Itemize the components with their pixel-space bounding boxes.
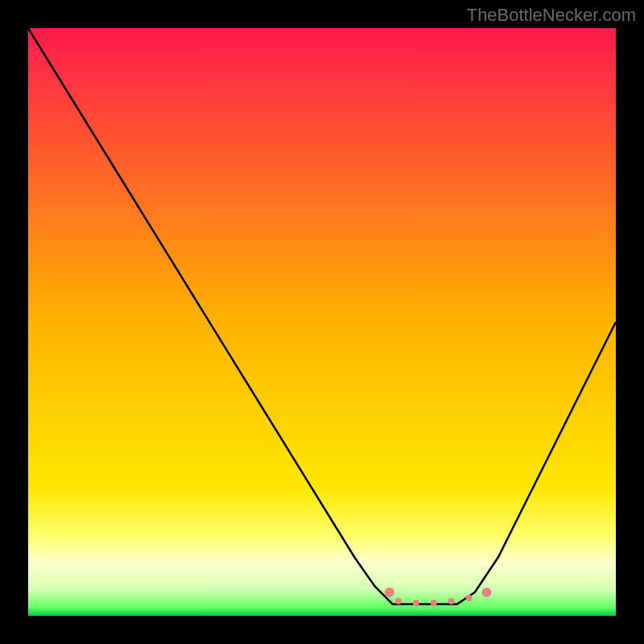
bottleneck-chart xyxy=(0,0,644,644)
plateau-endpoint xyxy=(385,588,394,597)
plateau-dot xyxy=(448,598,455,605)
plateau-dot xyxy=(395,598,402,605)
plateau-dot xyxy=(413,600,419,606)
plateau-endpoint xyxy=(481,588,491,597)
plateau-dot xyxy=(466,595,473,601)
chart-container xyxy=(0,0,644,644)
chart-gradient-bg xyxy=(28,28,616,616)
plateau-dot xyxy=(431,600,437,606)
watermark-text: TheBottleNecker.com xyxy=(467,5,636,26)
